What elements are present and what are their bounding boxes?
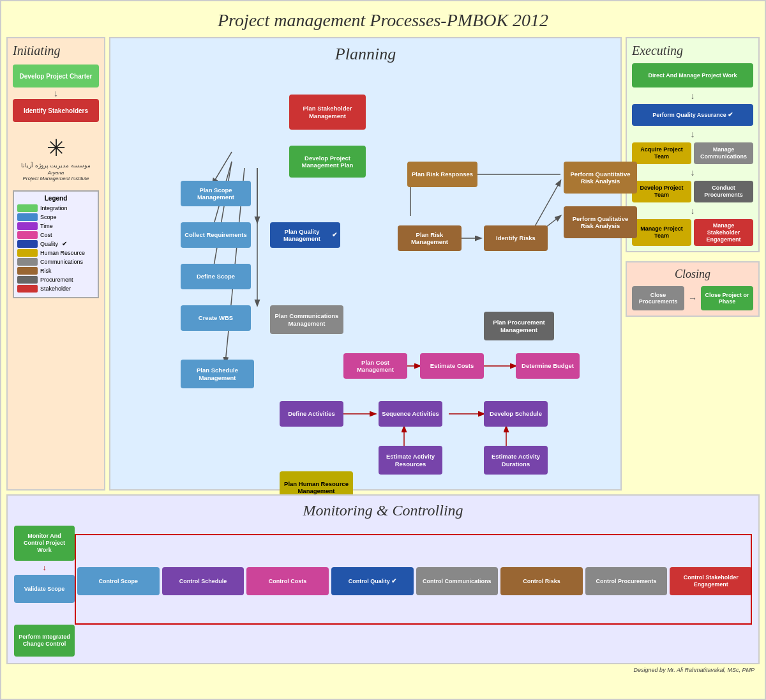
legend-color-cost (17, 231, 38, 239)
executing-panel: Executing Direct And Manage Project Work… (626, 37, 760, 252)
control-stakeholder-box: Control Stakeholder Engagement (670, 567, 752, 595)
legend-color-quality (17, 240, 38, 248)
legend-hr: Human Resource (17, 249, 94, 257)
closing-arrow: → (688, 293, 697, 303)
monitoring-panel: Monitoring & Controlling Monitor And Con… (6, 494, 760, 664)
conduct-procurements-box: Conduct Procurements (694, 181, 753, 202)
exec-arrow-3: ↓ (632, 167, 753, 178)
legend-color-stakeholder (17, 285, 38, 293)
snowflake-icon: ✳ (13, 135, 99, 162)
executing-title: Executing (632, 43, 753, 58)
manage-stakeholder-box: Manage Stakeholder Engagement (694, 219, 753, 246)
legend-integration: Integration (17, 204, 94, 212)
control-comms-box: Control Communications (416, 567, 499, 595)
validate-scope-box: Validate Scope (14, 575, 75, 603)
mon-icc-spacer: Perform Integrated Change Control (14, 625, 75, 657)
develop-charter-box: Develop Project Charter (13, 65, 99, 88)
legend-color-hr (17, 249, 38, 257)
mon-left-col: Monitor And Control Project Work ↓ Valid… (14, 526, 75, 657)
plan-procurement-box: Plan Procurement Management (484, 312, 554, 340)
exec-arrow-2: ↓ (632, 128, 753, 140)
legend-stakeholder: Stakeholder (17, 285, 94, 293)
quant-risk-box: Perform Quantitative Risk Analysis (564, 162, 637, 194)
exec-arrow-4: ↓ (632, 205, 753, 217)
identify-risks-box: Identify Risks (484, 225, 548, 251)
exec-row-5: Manage Project Team Manage Stakeholder E… (632, 219, 753, 246)
main-title: Project management Processes-PMBOK 2012 (6, 6, 760, 37)
mon-main-row: Control Scope Control Schedule Control C… (77, 567, 752, 595)
logo-area: ✳ موسسه مدیریت پروژه آریانا AryanaProjec… (13, 135, 99, 181)
identify-stakeholders-box: Identify Stakeholders (13, 99, 99, 122)
legend-color-risk (17, 267, 38, 275)
org-name-en: AryanaProject Management Institute (13, 170, 99, 181)
plan-risk-resp-box: Plan Risk Responses (407, 162, 477, 187)
exec-arrow-1: ↓ (632, 90, 753, 102)
legend-cost: Cost (17, 231, 94, 239)
monitor-control-box: Monitor And Control Project Work (14, 526, 75, 561)
svg-line-8 (532, 181, 560, 232)
manage-project-team-box: Manage Project Team (632, 219, 691, 246)
legend-title: Legend (17, 195, 94, 202)
legend-color-time (17, 222, 38, 230)
estimate-costs-box: Estimate Costs (420, 353, 484, 379)
qual-risk-box: Perform Qualitative Risk Analysis (564, 206, 637, 238)
legend-color-scope (17, 213, 38, 221)
perform-qa-box: Perform Quality Assurance ✔ (632, 104, 753, 126)
org-name-fa: موسسه مدیریت پروژه آریانا (13, 162, 99, 170)
manage-comms-box: Manage Communications (694, 142, 753, 164)
plan-stakeholder-box: Plan Stakeholder Management (289, 95, 366, 130)
svg-line-2 (213, 162, 232, 273)
initiating-panel: Initiating Develop Project Charter ↓ Ide… (6, 37, 105, 491)
mon-left-arrow: ↓ (43, 563, 47, 572)
control-risks-box: Control Risks (500, 567, 583, 595)
define-scope-box: Define Scope (181, 264, 251, 289)
control-procurements-box: Control Procurements (585, 567, 668, 595)
close-procurements-box: Close Procurements (632, 286, 684, 310)
acquire-team-box: Acquire Project Team (632, 142, 691, 164)
legend-procurement: Procurement (17, 276, 94, 284)
top-section: Initiating Develop Project Charter ↓ Ide… (6, 37, 760, 491)
planning-panel: Planning (109, 37, 622, 491)
direct-manage-box: Direct And Manage Project Work (632, 63, 753, 88)
planning-title: Planning (117, 45, 614, 64)
control-schedule-box: Control Schedule (162, 567, 244, 595)
closing-title: Closing (632, 268, 753, 281)
close-project-box: Close Project or Phase (701, 286, 753, 310)
plan-schedule-box: Plan Schedule Management (181, 360, 254, 388)
legend-color-integration (17, 204, 38, 212)
legend-time: Time (17, 222, 94, 230)
develop-pmp-box: Develop Project Management Plan (289, 146, 366, 178)
planning-inner: Plan Stakeholder Management Plan Scope M… (117, 69, 614, 478)
estimate-resources-box: Estimate Activity Resources (379, 446, 442, 475)
develop-team-box: Develop Project Team (632, 181, 691, 202)
monitoring-title: Monitoring & Controlling (14, 502, 752, 519)
exec-row-4: Develop Project Team Conduct Procurement… (632, 181, 753, 202)
control-costs-box: Control Costs (246, 567, 329, 595)
legend-comms: Communications (17, 258, 94, 266)
initiating-title: Initiating (13, 43, 99, 58)
legend-box: Legend Integration Scope Time Cost (13, 190, 99, 298)
define-activities-box: Define Activities (280, 401, 343, 427)
legend-scope: Scope (17, 213, 94, 221)
control-scope-box: Control Scope (77, 567, 160, 595)
exec-row-3: Acquire Project Team Manage Communicatio… (632, 142, 753, 164)
arrow-1: ↓ (13, 88, 99, 99)
collect-req-box: Collect Requirements (181, 222, 251, 248)
plan-comms-box: Plan Communications Management (270, 305, 343, 334)
monitoring-content: Monitor And Control Project Work ↓ Valid… (14, 526, 752, 657)
plan-quality-box: Plan Quality Management ✔ (270, 222, 340, 248)
sequence-activities-box: Sequence Activities (379, 401, 442, 427)
footer: Designed by Mr. Ali Rahmatitavakal, MSc,… (6, 664, 760, 674)
develop-schedule-box: Develop Schedule (484, 401, 548, 427)
svg-line-0 (213, 152, 232, 184)
legend-color-comms (17, 258, 38, 266)
legend-quality: Quality ✔ (17, 240, 94, 248)
perform-icc-box: Perform Integrated Change Control (14, 625, 75, 657)
determine-budget-box: Determine Budget (516, 353, 580, 379)
right-panels: Executing Direct And Manage Project Work… (626, 37, 760, 491)
legend-risk: Risk (17, 267, 94, 275)
plan-cost-box: Plan Cost Management (343, 353, 407, 379)
control-quality-box: Control Quality ✔ (331, 567, 414, 595)
closing-panel: Closing Close Procurements → Close Proje… (626, 261, 760, 317)
plan-scope-box: Plan Scope Management (181, 181, 251, 206)
